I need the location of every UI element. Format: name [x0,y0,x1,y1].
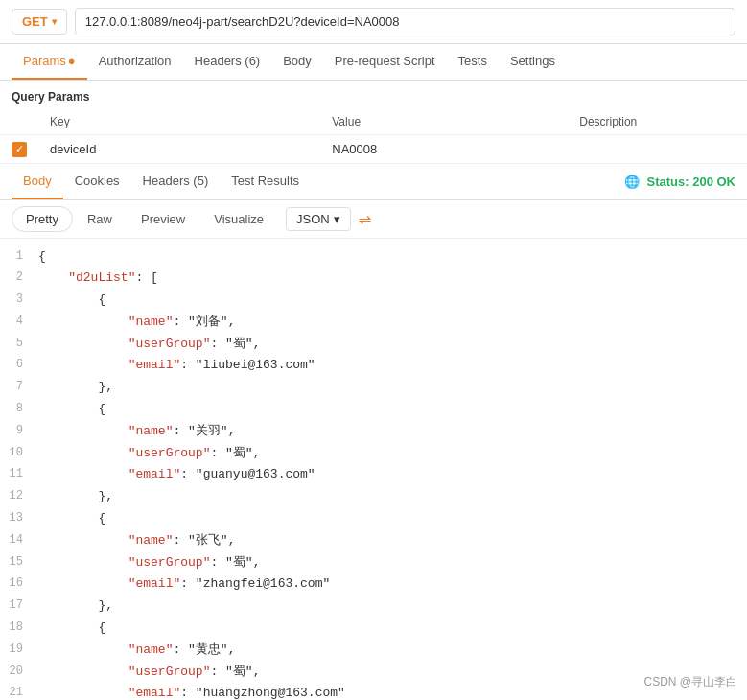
tab-authorization[interactable]: Authorization [87,44,183,80]
code-line: 8 { [0,399,747,421]
response-tabs-left: Body Cookies Headers (5) Test Results [12,164,311,199]
tab-response-headers[interactable]: Headers (5) [131,164,221,199]
line-number: 6 [0,356,38,374]
code-line: 20 "userGroup": "蜀", [0,662,747,684]
line-number: 15 [0,553,38,572]
line-number: 8 [0,400,38,418]
line-number: 3 [0,291,38,309]
line-content: "userGroup": "蜀", [38,663,747,683]
response-status: 🌐 Status: 200 OK [624,175,735,189]
format-tabs-row: Pretty Raw Preview Visualize JSON ▾ ⇌ [0,200,747,239]
line-number: 13 [0,509,38,527]
row-key: deviceId [38,135,320,164]
tab-settings[interactable]: Settings [499,44,567,80]
line-number: 4 [0,313,38,331]
line-content: { [38,247,747,268]
code-line: 2 "d2uList": [ [0,268,747,290]
format-tab-visualize[interactable]: Visualize [199,206,278,232]
line-number: 12 [0,487,38,505]
line-number: 21 [0,684,38,700]
method-label: GET [22,14,48,29]
watermark: CSDN @寻山李白 [643,674,737,690]
filter-icon[interactable]: ⇌ [359,210,371,228]
line-number: 20 [0,663,38,681]
tab-params[interactable]: Params● [12,44,87,80]
line-number: 11 [0,465,38,483]
code-line: 14 "name": "张飞", [0,530,747,552]
format-tab-pretty[interactable]: Pretty [12,206,73,232]
row-desc [568,135,747,164]
code-line: 7 }, [0,377,747,399]
code-line: 16 "email": "zhangfei@163.com" [0,573,747,595]
format-tab-raw[interactable]: Raw [73,206,127,232]
line-number: 18 [0,618,38,637]
col-checkbox-header [0,109,38,135]
code-line: 19 "name": "黄忠", [0,640,747,662]
code-line: 6 "email": "liubei@163.com" [0,355,747,377]
line-content: "name": "关羽", [38,422,747,442]
tab-headers[interactable]: Headers (6) [183,44,272,80]
line-number: 9 [0,422,38,440]
code-line: 15 "userGroup": "蜀", [0,552,747,574]
line-content: "name": "黄忠", [38,641,747,661]
row-checkbox[interactable] [12,142,27,157]
tab-body[interactable]: Body [271,44,323,80]
code-line: 1{ [0,246,747,268]
line-content: }, [38,596,747,617]
query-params-label: Query Params [0,81,747,109]
line-number: 7 [0,378,38,396]
response-tabs-row: Body Cookies Headers (5) Test Results 🌐 … [0,164,747,200]
line-content: { [38,400,747,420]
line-number: 2 [0,268,38,287]
code-line: 12 }, [0,486,747,508]
col-key-header: Key [38,109,320,135]
line-number: 5 [0,335,38,353]
top-tabs: Params● Authorization Headers (6) Body P… [0,44,747,81]
code-line: 11 "email": "guanyu@163.com" [0,464,747,486]
line-content: "userGroup": "蜀", [38,553,747,573]
line-content: "userGroup": "蜀", [38,444,747,464]
line-content: "name": "刘备", [38,313,747,333]
code-line: 10 "userGroup": "蜀", [0,443,747,465]
line-number: 10 [0,444,38,462]
globe-icon: 🌐 [624,175,640,189]
code-line: 3 { [0,290,747,312]
line-content: { [38,618,747,639]
code-line: 5 "userGroup": "蜀", [0,334,747,356]
tab-response-body[interactable]: Body [12,164,63,199]
code-line: 13 { [0,508,747,530]
tab-tests[interactable]: Tests [447,44,499,80]
url-bar: GET ▾ [0,0,747,44]
col-value-header: Value [320,109,568,135]
code-line: 9 "name": "关羽", [0,421,747,443]
tab-prerequest[interactable]: Pre-request Script [323,44,447,80]
params-table: Key Value Description deviceId NA0008 [0,109,747,164]
json-format-select[interactable]: JSON ▾ [286,207,351,231]
line-content: "email": "guanyu@163.com" [38,465,747,485]
col-desc-header: Description [568,109,747,135]
line-content: "d2uList": [ [38,268,747,289]
line-content: "email": "huangzhong@163.com" [38,684,747,700]
line-content: "name": "张飞", [38,531,747,551]
line-number: 14 [0,531,38,549]
line-content: "email": "liubei@163.com" [38,356,747,376]
row-checkbox-cell[interactable] [0,135,38,164]
line-content: "email": "zhangfei@163.com" [38,574,747,595]
line-content: }, [38,378,747,398]
tab-response-cookies[interactable]: Cookies [63,164,131,199]
method-chevron-icon: ▾ [52,16,57,27]
tab-response-testresults[interactable]: Test Results [220,164,311,199]
line-number: 17 [0,596,38,615]
code-area: 1{2 "d2uList": [3 {4 "name": "刘备",5 "use… [0,239,747,701]
code-line: 4 "name": "刘备", [0,312,747,334]
line-content: { [38,509,747,529]
status-text: Status: 200 OK [647,175,735,189]
line-number: 16 [0,574,38,593]
format-tab-preview[interactable]: Preview [127,206,199,232]
row-value: NA0008 [320,135,568,164]
line-content: "userGroup": "蜀", [38,335,747,355]
method-select[interactable]: GET ▾ [12,9,67,35]
url-input[interactable] [75,8,735,35]
code-line: 17 }, [0,595,747,618]
code-line: 21 "email": "huangzhong@163.com" [0,683,747,700]
